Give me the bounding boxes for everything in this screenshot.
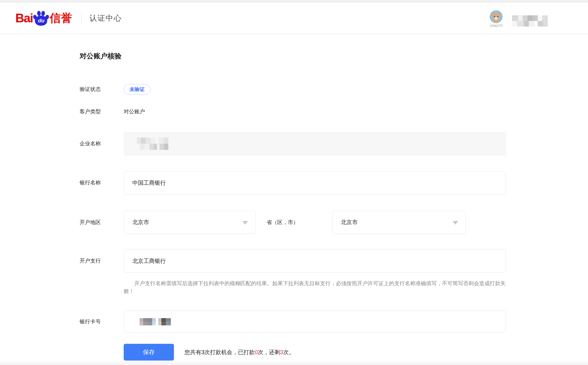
footer-strip — [0, 361, 588, 365]
top-strip — [0, 0, 588, 3]
logo-text-xinyu: 信誉 — [49, 10, 72, 26]
logo-text-du: du — [38, 18, 44, 24]
form-row-company: 企业名称 — [80, 132, 588, 155]
branch-input[interactable]: 北京工商银行 — [124, 249, 506, 273]
page-title: 对公账户核验 — [80, 52, 588, 60]
status-badge: 未验证 — [124, 84, 150, 95]
form-row-card: 银行卡号 — [80, 311, 588, 333]
payment-total-count: 3 — [201, 349, 204, 355]
payment-note-text: 次打款机会，已打款 — [204, 349, 255, 355]
header: Bai du 信誉 认证中心 zybqjy123 — [0, 3, 588, 34]
company-name-input — [124, 132, 506, 155]
region-middle-label: 省（区，市） — [267, 219, 311, 226]
nav-title: 认证中心 — [89, 13, 122, 23]
payment-note-text: 次。 — [283, 349, 294, 355]
chevron-down-icon — [242, 221, 248, 225]
company-name-label: 企业名称 — [80, 140, 124, 147]
card-number-label: 银行卡号 — [80, 318, 124, 325]
main-content: 对公账户核验 验证状态 未验证 客户类型 对公账户 企业名称 银行名称 中国工商… — [0, 52, 588, 361]
redacted-company-name — [137, 138, 172, 150]
customer-type-label: 客户类型 — [80, 108, 124, 115]
payment-note: 您共有3次打款机会，已打款0次，还剩3次。 — [185, 349, 294, 356]
save-button[interactable]: 保存 — [124, 344, 174, 361]
payment-note-text: 次，还剩 — [258, 349, 280, 355]
form-row-region: 开户地区 北京市 省（区，市） 北京市 — [80, 211, 588, 234]
user-avatar-block[interactable]: zybqjy123 — [489, 10, 503, 27]
branch-value: 北京工商银行 — [132, 257, 166, 265]
form-row-bank: 银行名称 中国工商银行 — [80, 171, 588, 194]
form-row-customer-type: 客户类型 对公账户 — [80, 108, 588, 115]
city-select[interactable]: 北京市 — [332, 211, 466, 234]
customer-type-value: 对公账户 — [124, 108, 145, 115]
province-select-value: 北京市 — [132, 218, 149, 226]
redacted-card-number — [140, 318, 171, 325]
save-row: 保存 您共有3次打款机会，已打款0次，还剩3次。 — [124, 344, 588, 361]
user-avatar[interactable] — [490, 10, 503, 23]
form-row-status: 验证状态 未验证 — [80, 84, 588, 95]
form-row-branch: 开户支行 北京工商银行 — [80, 249, 588, 273]
baidu-xinyu-logo[interactable]: Bai du 信誉 — [15, 10, 72, 26]
branch-label: 开户支行 — [80, 257, 124, 265]
branch-note: 开户支行名称需填写后选择下拉列表中的模糊匹配的结果。如果下拉列表无目标支行，必须… — [124, 280, 507, 295]
logo-text-bai: Bai — [15, 11, 33, 25]
card-number-input[interactable] — [124, 311, 506, 333]
bank-name-value: 中国工商银行 — [132, 179, 166, 187]
username: zybqjy123 — [489, 24, 503, 27]
city-select-value: 北京市 — [341, 218, 358, 226]
redacted-account-name — [512, 15, 548, 27]
payment-paid-count: 0 — [255, 349, 258, 355]
payment-remaining-count: 3 — [280, 349, 283, 355]
bank-name-input[interactable]: 中国工商银行 — [124, 171, 506, 194]
status-label: 验证状态 — [80, 86, 124, 93]
header-divider — [81, 13, 82, 23]
province-select[interactable]: 北京市 — [124, 211, 255, 234]
chevron-down-icon — [453, 221, 458, 225]
baidu-paw-icon: du — [33, 11, 49, 26]
region-label: 开户地区 — [80, 219, 124, 226]
payment-note-text: 您共有 — [185, 349, 201, 355]
bank-name-label: 银行名称 — [80, 179, 124, 186]
